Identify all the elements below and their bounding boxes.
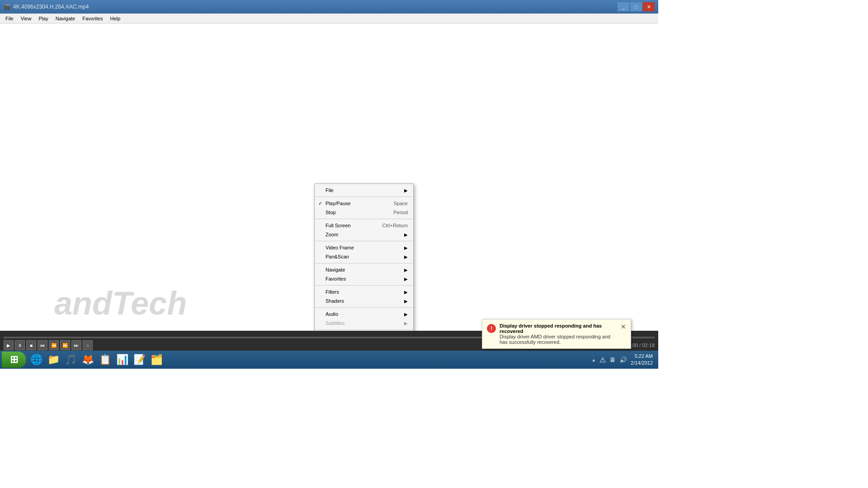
ctx-audio-arrow: ▶	[404, 312, 408, 317]
taskbar-icon-media[interactable]: 🎵	[62, 352, 79, 368]
close-button[interactable]: ✕	[643, 2, 655, 11]
ctx-zoom-arrow: ▶	[404, 232, 408, 237]
stop-button[interactable]: ■	[26, 340, 36, 350]
maximize-button[interactable]: □	[630, 2, 642, 11]
ctx-file-arrow: ▶	[404, 188, 408, 193]
ctx-zoom-label: Zoom	[326, 232, 338, 237]
notif-icon: !	[487, 324, 496, 333]
ctx-fullscreen-shortcut: Ctrl+Return	[382, 223, 408, 228]
watermark: andTech	[54, 285, 187, 322]
ctx-sep-3	[315, 241, 413, 241]
ctx-stop[interactable]: Stop Period	[315, 208, 413, 217]
menu-view[interactable]: View	[17, 15, 35, 22]
pause-button[interactable]: ⏸	[15, 340, 25, 350]
ctx-navigate[interactable]: Navigate ▶	[315, 265, 413, 274]
ctx-sep-5	[315, 285, 413, 286]
ctx-sep-4	[315, 263, 413, 263]
ctx-filters[interactable]: Filters ▶	[315, 287, 413, 296]
ctx-favorites-arrow: ▶	[404, 277, 408, 282]
taskbar: ⊞ 🌐 📁 🎵 🦊 📋 📊 📝 🗂️ ▲ ⚠ 🖥 🔊 5:22 AM 2/14/…	[0, 351, 658, 369]
taskbar-icon-ie[interactable]: 🌐	[28, 352, 44, 368]
menu-play[interactable]: Play	[35, 15, 52, 22]
fwd-button[interactable]: ⏩	[60, 340, 70, 350]
start-orb: ⊞	[10, 354, 18, 366]
taskbar-icon-explorer[interactable]: 📁	[45, 352, 61, 368]
ctx-videoframe[interactable]: Video Frame ▶	[315, 243, 413, 252]
ctx-navigate-label: Navigate	[326, 267, 345, 272]
ctx-playpause-shortcut: Space	[394, 201, 408, 206]
ctx-stop-label: Stop	[326, 210, 336, 215]
ctx-videoframe-arrow: ▶	[404, 245, 408, 250]
ctx-stop-shortcut: Period	[393, 210, 408, 215]
ctx-shaders-label: Shaders	[326, 298, 344, 304]
context-menu: File ▶ ✓ Play/Pause Space Stop Period Fu…	[314, 183, 414, 331]
ctx-sep-2	[315, 219, 413, 219]
clock-date: 2/14/2012	[631, 360, 653, 366]
taskbar-icon-app4[interactable]: 🗂️	[148, 352, 165, 368]
window-icon: 🎬	[4, 4, 10, 10]
ctx-playpause-check: ✓	[318, 201, 322, 206]
ctx-shaders[interactable]: Shaders ▶	[315, 296, 413, 305]
ctx-audio-label: Audio	[326, 311, 338, 317]
ctx-file-label: File	[326, 188, 334, 193]
taskbar-icons: 🌐 📁 🎵 🦊 📋 📊 📝 🗂️	[28, 352, 588, 368]
ctx-sep-7	[315, 329, 413, 330]
back-button[interactable]: ⏪	[49, 340, 59, 350]
play-button[interactable]: ▶	[4, 340, 14, 350]
notif-content: Display driver stopped responding and ha…	[500, 323, 617, 345]
menu-help[interactable]: Help	[106, 15, 124, 22]
tray-volume[interactable]: 🔊	[619, 356, 627, 363]
menu-favorites[interactable]: Favorites	[79, 15, 106, 22]
ctx-panscan[interactable]: Pan&Scan ▶	[315, 252, 413, 261]
title-bar: 🎬 4K.4096x2304.H.264.AAC.mp4 _ □ ✕	[0, 0, 658, 14]
ctx-favorites[interactable]: Favorites ▶	[315, 274, 413, 283]
ctx-navigate-arrow: ▶	[404, 267, 408, 272]
ctx-subtitles-arrow: ▶	[404, 321, 408, 326]
ctx-filters-arrow: ▶	[404, 290, 408, 295]
ctx-audio[interactable]: Audio ▶	[315, 310, 413, 319]
notif-close-button[interactable]: ✕	[621, 323, 626, 330]
notification-popup: ! Display driver stopped responding and …	[482, 319, 631, 349]
ctx-fullscreen[interactable]: Full Screen Ctrl+Return	[315, 221, 413, 230]
ctx-filters-label: Filters	[326, 289, 339, 295]
ctx-favorites-label: Favorites	[326, 276, 346, 282]
taskbar-clock: 5:22 AM 2/14/2012	[631, 353, 653, 367]
ctx-shaders-arrow: ▶	[404, 299, 408, 304]
ctx-panscan-label: Pan&Scan	[326, 254, 349, 259]
ctx-fullscreen-label: Full Screen	[326, 223, 351, 228]
ctx-sep-6	[315, 307, 413, 308]
ctx-zoom[interactable]: Zoom ▶	[315, 230, 413, 239]
menu-file[interactable]: File	[2, 15, 17, 22]
taskbar-icon-firefox[interactable]: 🦊	[80, 352, 96, 368]
tray-arrows[interactable]: ▲	[591, 357, 596, 362]
taskbar-icon-app1[interactable]: 📋	[97, 352, 113, 368]
ctx-videoframe-label: Video Frame	[326, 245, 354, 250]
tray-network: 🖥	[609, 356, 616, 363]
ctx-sep-1	[315, 197, 413, 197]
menu-bar: File View Play Navigate Favorites Help	[0, 14, 658, 23]
ctx-subtitles-label: Subtitles	[326, 320, 344, 326]
menu-navigate[interactable]: Navigate	[52, 15, 79, 22]
extra-button[interactable]: ○	[83, 340, 93, 350]
ctx-playpause-label: Play/Pause	[326, 201, 351, 206]
window-controls: _ □ ✕	[618, 2, 655, 11]
tray-warning: ⚠	[599, 356, 606, 364]
notif-body: Display driver AMD driver stopped respon…	[500, 334, 617, 345]
time-total: 02:18	[642, 343, 655, 348]
minimize-button[interactable]: _	[618, 2, 629, 11]
taskbar-tray: ▲ ⚠ 🖥 🔊 5:22 AM 2/14/2012	[588, 353, 656, 367]
ctx-panscan-arrow: ▶	[404, 254, 408, 259]
clock-time: 5:22 AM	[631, 353, 653, 360]
taskbar-icon-app2[interactable]: 📊	[114, 352, 130, 368]
ctx-playpause[interactable]: ✓ Play/Pause Space	[315, 199, 413, 208]
notif-title: Display driver stopped responding and ha…	[500, 323, 617, 334]
ctx-file[interactable]: File ▶	[315, 186, 413, 195]
taskbar-icon-app3[interactable]: 📝	[131, 352, 147, 368]
ctx-subtitles[interactable]: Subtitles ▶	[315, 319, 413, 328]
start-button[interactable]: ⊞	[2, 352, 26, 368]
prev-button[interactable]: ⏮	[38, 340, 47, 350]
next-button[interactable]: ⏭	[71, 340, 81, 350]
main-content: andTech File ▶ ✓ Play/Pause Space Stop P…	[0, 23, 658, 331]
window-title: 4K.4096x2304.H.264.AAC.mp4	[13, 4, 618, 10]
